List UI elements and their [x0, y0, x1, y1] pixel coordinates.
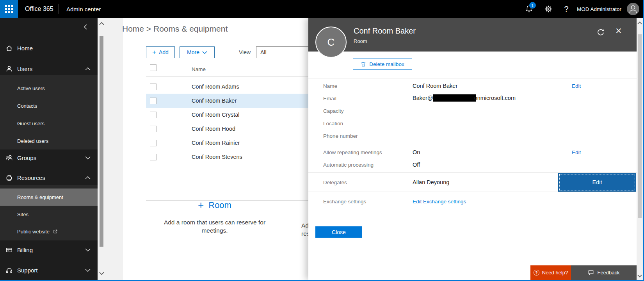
chevron-up-icon — [99, 22, 104, 25]
table-row-selected[interactable]: Conf Room Baker — [146, 94, 308, 108]
chevron-down-icon — [202, 51, 207, 54]
page-scrollbar-thumb[interactable] — [638, 34, 642, 218]
row-checkbox[interactable] — [150, 140, 157, 146]
settings-button[interactable] — [542, 0, 555, 18]
delete-mailbox-button[interactable]: Delete mailbox — [353, 59, 412, 70]
edit-delegates-button[interactable]: Edit — [558, 173, 636, 192]
room-avatar: C — [315, 27, 347, 58]
redaction-box — [433, 94, 476, 102]
field-row-location: Location — [308, 117, 637, 130]
table-row[interactable]: Conf Room Stevens — [146, 150, 308, 164]
breadcrumb-home-link[interactable]: Home — [122, 24, 144, 33]
left-nav: Home Users Active users Contacts Guest u… — [0, 18, 98, 280]
sidebar-item-billing[interactable]: Billing — [0, 242, 98, 257]
add-room-card: + Room Add a room that users can reserve… — [146, 199, 283, 235]
admin-center-title[interactable]: Admin center — [66, 0, 101, 18]
nav-scrollbar-thumb[interactable] — [100, 36, 103, 247]
edit-meeting-settings-link[interactable]: Edit — [572, 149, 581, 155]
sidebar-item-support[interactable]: Support — [0, 263, 98, 277]
row-checkbox[interactable] — [150, 112, 157, 118]
plus-icon: + — [198, 199, 204, 211]
table-header-divider — [146, 76, 308, 76]
chevron-up-icon — [85, 176, 91, 180]
sidebar-item-home[interactable]: Home — [0, 41, 98, 55]
add-button[interactable]: + Add — [146, 46, 175, 58]
table-row[interactable]: Conf Room Rainier — [146, 136, 308, 150]
field-label: Location — [323, 121, 343, 126]
field-row-email: Email Baker@onmicrosoft.com — [308, 92, 637, 105]
sidebar-item-contacts[interactable]: Contacts — [0, 97, 98, 114]
page-scroll-up-button[interactable] — [637, 20, 642, 26]
edit-name-link[interactable]: Edit — [572, 83, 581, 89]
select-all-checkbox[interactable] — [150, 64, 157, 71]
close-panel-button[interactable]: × — [613, 24, 624, 37]
resources-submenu: Rooms & equipment Sites Public website — [0, 185, 98, 240]
field-row-exchange-settings: Exchange settings Edit Exchange settings — [308, 194, 637, 208]
refresh-button[interactable] — [596, 27, 606, 37]
sidebar-item-deleted-users[interactable]: Deleted users — [0, 132, 98, 149]
user-avatar[interactable] — [627, 3, 639, 15]
home-icon — [5, 44, 17, 52]
add-room-button[interactable]: + Room — [198, 199, 231, 211]
nav-scroll-up-button[interactable] — [98, 20, 105, 27]
app-launcher-button[interactable] — [0, 0, 18, 18]
row-checkbox[interactable] — [150, 84, 157, 90]
field-row-phone: Phone number — [308, 130, 637, 142]
field-label: Email — [323, 96, 336, 101]
chevron-down-icon — [99, 272, 104, 275]
user-name[interactable]: MOD Administrator — [577, 0, 621, 18]
sidebar-item-active-users[interactable]: Active users — [0, 80, 98, 97]
sidebar-item-users[interactable]: Users — [0, 61, 98, 76]
name-column-header[interactable]: Name — [192, 66, 206, 72]
user-icon — [5, 65, 17, 73]
field-row-delegates: Delegates Allan Deyoung Edit — [308, 173, 637, 192]
section-divider — [308, 78, 637, 78]
question-icon: ? — [564, 5, 568, 14]
need-help-button[interactable]: ? Need help? — [530, 265, 571, 280]
sidebar-item-sites[interactable]: Sites — [0, 206, 98, 223]
room-name: Conf Room Stevens — [192, 154, 242, 160]
add-room-description: Add a room that users can reserve for me… — [150, 218, 279, 235]
help-button[interactable]: ? — [560, 0, 572, 18]
more-button[interactable]: More — [180, 46, 215, 58]
gear-icon — [544, 5, 552, 13]
page-scroll-down-button[interactable] — [637, 273, 642, 279]
breadcrumb: Home > Rooms & equipment — [122, 24, 228, 34]
close-button[interactable]: Close — [315, 226, 362, 238]
chevron-down-icon — [637, 274, 642, 277]
users-submenu: Active users Contacts Guest users Delete… — [0, 75, 98, 149]
field-label: Allow repeating meetings — [323, 149, 382, 155]
field-row-capacity: Capacity — [308, 105, 637, 117]
field-row-repeating: Allow repeating meetings On Edit — [308, 146, 637, 158]
table-row[interactable]: Conf Room Hood — [146, 122, 308, 136]
top-bar: Office 365 Admin center 1 ? MO — [0, 0, 644, 18]
sidebar-item-label: Users — [17, 66, 32, 72]
sidebar-item-guest-users[interactable]: Guest users — [0, 115, 98, 132]
collapse-nav-button[interactable] — [81, 23, 90, 31]
row-checkbox[interactable] — [150, 154, 157, 160]
help-circle-icon: ? — [534, 270, 539, 276]
brand-title[interactable]: Office 365 — [25, 0, 53, 18]
sidebar-item-rooms-equipment[interactable]: Rooms & equipment — [0, 189, 98, 206]
feedback-bubble-icon — [588, 270, 594, 276]
feedback-button[interactable]: Feedback — [571, 265, 637, 280]
table-row[interactable]: Conf Room Crystal — [146, 108, 308, 122]
field-label: Phone number — [323, 133, 358, 139]
sidebar-item-public-website[interactable]: Public website — [0, 223, 98, 240]
room-name: Conf Room Rainier — [192, 140, 240, 146]
field-label: Name — [323, 83, 337, 89]
field-label: Automatic processing — [323, 162, 374, 168]
room-name: Conf Room Baker — [192, 98, 237, 104]
trash-icon — [361, 61, 366, 67]
sidebar-item-groups[interactable]: Groups — [0, 150, 98, 165]
sidebar-item-resources[interactable]: Resources — [0, 170, 98, 185]
sidebar-item-label: Groups — [17, 155, 36, 161]
edit-exchange-settings-link[interactable]: Edit Exchange settings — [413, 199, 466, 205]
groups-icon — [5, 154, 17, 162]
room-name: Conf Room Hood — [192, 126, 235, 132]
sidebar-item-label: Billing — [17, 247, 33, 253]
row-checkbox[interactable] — [150, 126, 157, 132]
table-row[interactable]: Conf Room Adams — [146, 80, 308, 94]
row-checkbox[interactable] — [150, 98, 157, 104]
nav-scroll-down-button[interactable] — [98, 270, 105, 276]
